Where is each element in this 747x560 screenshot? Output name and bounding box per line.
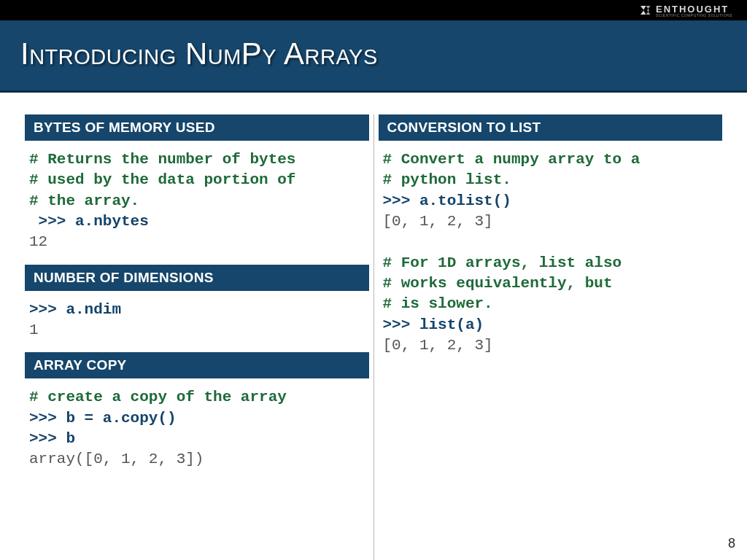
prompt-line: >>> b = a.copy() [29,410,177,427]
code-block-tolist: # Convert a numpy array to a # python li… [379,147,723,368]
brand-logo: ENTHOUGHT SCIENTIFIC COMPUTING SOLUTIONS [638,4,732,18]
comment-line: # is slower. [383,295,493,312]
prompt-line: >>> list(a) [383,316,484,333]
section-header-copy: ARRAY COPY [25,352,369,378]
section-header-tolist: CONVERSION TO LIST [379,114,723,141]
comment-line: # Returns the number of bytes [29,151,295,168]
brand-text: ENTHOUGHT SCIENTIFIC COMPUTING SOLUTIONS [656,4,732,18]
comment-line: # For 1D arrays, list also [383,254,622,271]
code-block-ndim: >>> a.ndim 1 [25,297,369,353]
output-line: [0, 1, 2, 3] [383,213,493,230]
output-line: [0, 1, 2, 3] [383,337,493,354]
comment-line: # Convert a numpy array to a [383,151,640,168]
logo-mark-icon [638,4,651,17]
section-header-bytes: BYTES OF MEMORY USED [25,114,369,141]
comment-line: # used by the data portion of [29,171,295,188]
right-column: CONVERSION TO LIST # Convert a numpy arr… [374,114,727,560]
comment-line: # works equivalently, but [383,275,613,292]
page-number: 8 [728,536,735,551]
output-line: array([0, 1, 2, 3]) [29,451,204,467]
comment-line: # create a copy of the array [29,389,287,405]
output-line: 12 [29,233,47,250]
topbar: ENTHOUGHT SCIENTIFIC COMPUTING SOLUTIONS [0,0,747,20]
output-line: 1 [29,322,39,338]
prompt-line: >>> a.nbytes [29,213,149,230]
left-column: BYTES OF MEMORY USED # Returns the numbe… [20,114,374,560]
title-bar: Introducing NumPy Arrays [0,20,747,93]
section-header-ndim: NUMBER OF DIMENSIONS [25,265,369,291]
prompt-line: >>> a.tolist() [383,192,511,209]
prompt-line: >>> b [29,430,75,447]
comment-line: # python list. [383,171,511,188]
code-block-bytes: # Returns the number of bytes # used by … [25,147,369,265]
slide-title: Introducing NumPy Arrays [20,36,727,71]
brand-tagline: SCIENTIFIC COMPUTING SOLUTIONS [656,13,732,18]
slide: ENTHOUGHT SCIENTIFIC COMPUTING SOLUTIONS… [0,0,747,560]
code-block-copy: # create a copy of the array >>> b = a.c… [25,384,369,481]
content-area: BYTES OF MEMORY USED # Returns the numbe… [0,93,747,560]
comment-line: # the array. [29,192,139,209]
prompt-line: >>> a.ndim [29,301,121,318]
